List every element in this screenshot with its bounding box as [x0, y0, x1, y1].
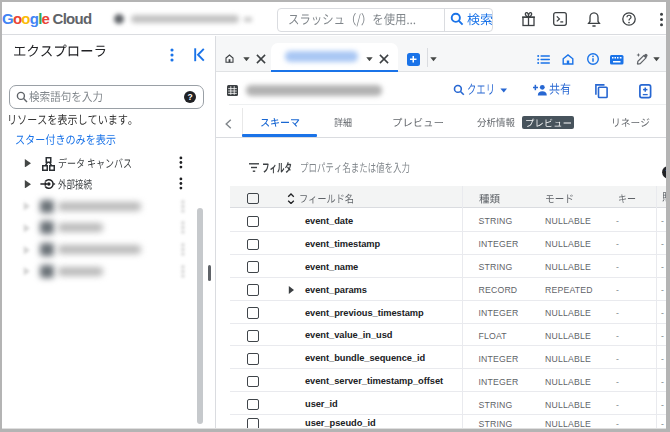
svg-text:?: ?	[187, 92, 192, 102]
